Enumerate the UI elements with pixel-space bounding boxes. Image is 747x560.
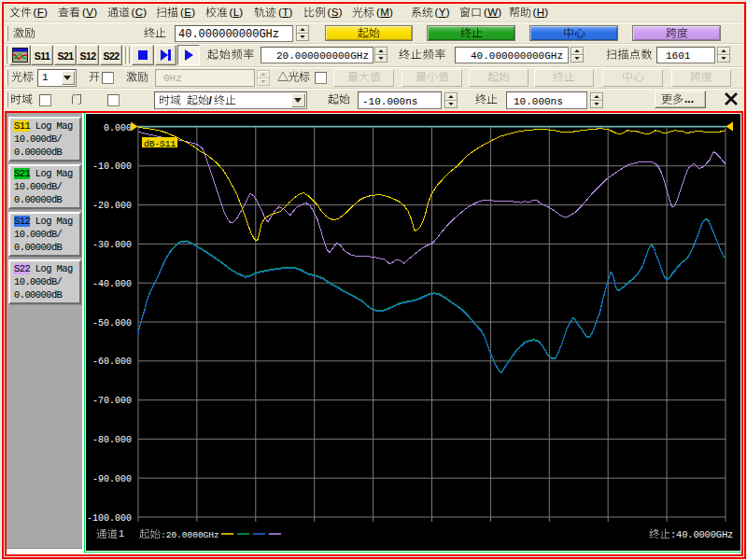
svg-text:-60.000: -60.000 — [92, 357, 132, 367]
svg-text:-40.000: -40.000 — [92, 279, 132, 289]
svg-text:-80.000: -80.000 — [92, 435, 132, 445]
svg-text:-10.000: -10.000 — [92, 161, 132, 172]
svg-text:-100.000: -100.000 — [87, 513, 132, 524]
svg-text:dB-S11: dB-S11 — [144, 139, 176, 149]
svg-text:0.000: 0.000 — [104, 123, 132, 133]
svg-text:-50.000: -50.000 — [92, 318, 132, 329]
svg-text:-70.000: -70.000 — [92, 396, 132, 406]
svg-text:-20.000: -20.000 — [92, 201, 132, 211]
svg-text:-30.000: -30.000 — [92, 240, 132, 250]
svg-text:-90.000: -90.000 — [92, 474, 132, 484]
